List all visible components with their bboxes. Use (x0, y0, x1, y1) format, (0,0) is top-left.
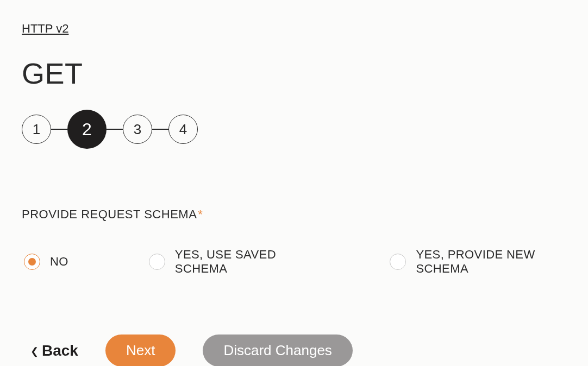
next-button[interactable]: Next (105, 335, 176, 366)
step-4[interactable]: 4 (168, 115, 198, 144)
radio-label: NO (50, 255, 68, 269)
radio-option-saved-schema[interactable]: YES, USE SAVED SCHEMA (149, 248, 310, 276)
back-label: Back (42, 342, 78, 359)
button-row: ❮ Back Next Discard Changes (22, 335, 566, 366)
breadcrumb-link[interactable]: HTTP v2 (22, 22, 68, 36)
step-connector (51, 129, 67, 130)
stepper: 1 2 3 4 (22, 110, 566, 149)
radio-dot (28, 258, 36, 266)
step-2[interactable]: 2 (67, 110, 107, 149)
radio-indicator (149, 254, 165, 270)
step-3[interactable]: 3 (123, 115, 152, 144)
radio-label: YES, USE SAVED SCHEMA (175, 248, 310, 276)
radio-option-no[interactable]: NO (24, 254, 68, 270)
radio-indicator (390, 254, 406, 270)
radio-indicator (24, 254, 40, 270)
radio-label: YES, PROVIDE NEW SCHEMA (416, 248, 566, 276)
radio-group-schema: NO YES, USE SAVED SCHEMA YES, PROVIDE NE… (22, 248, 566, 276)
discard-button[interactable]: Discard Changes (203, 335, 352, 366)
chevron-left-icon: ❮ (30, 346, 39, 356)
field-label: PROVIDE REQUEST SCHEMA* (22, 207, 566, 222)
step-connector (107, 129, 123, 130)
step-1[interactable]: 1 (22, 115, 51, 144)
step-connector (152, 129, 168, 130)
radio-option-new-schema[interactable]: YES, PROVIDE NEW SCHEMA (390, 248, 566, 276)
required-indicator: * (198, 207, 203, 221)
back-button[interactable]: ❮ Back (30, 342, 78, 359)
field-label-text: PROVIDE REQUEST SCHEMA (22, 207, 197, 221)
page-title: GET (22, 56, 566, 90)
